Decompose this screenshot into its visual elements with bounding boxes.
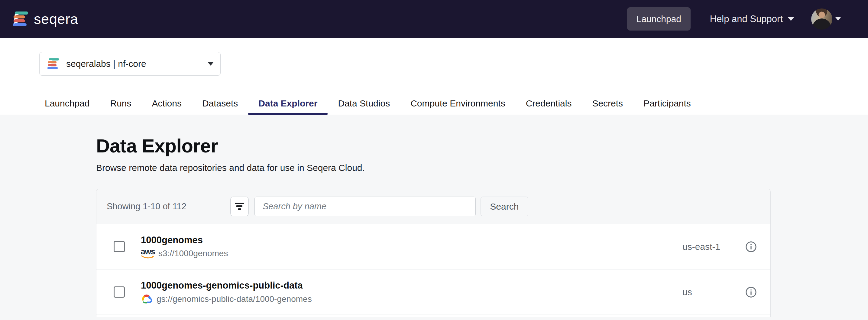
- google-cloud-icon: [141, 294, 153, 304]
- chevron-down-icon: [787, 17, 794, 21]
- info-icon[interactable]: [745, 241, 757, 253]
- tab-data-explorer[interactable]: Data Explorer: [248, 92, 328, 115]
- tab-bar: Launchpad Runs Actions Datasets Data Exp…: [0, 92, 868, 115]
- filter-icon: [235, 203, 244, 210]
- tab-participants[interactable]: Participants: [633, 92, 701, 115]
- top-navbar: seqera Launchpad Help and Support: [0, 0, 868, 38]
- tab-runs[interactable]: Runs: [100, 92, 142, 115]
- table-row-partial: [96, 315, 770, 317]
- page-subtitle: Browse remote data repositories and data…: [96, 163, 868, 173]
- aws-icon: aws: [141, 249, 155, 258]
- chevron-down-icon: [208, 62, 213, 66]
- help-and-support-label: Help and Support: [710, 13, 783, 25]
- user-menu[interactable]: [811, 8, 841, 30]
- main-content: Data Explorer Browse remote data reposit…: [0, 115, 868, 320]
- launchpad-button[interactable]: Launchpad: [627, 7, 690, 31]
- bucket-uri-line: aws s3://1000genomes: [141, 249, 228, 258]
- region-label: us: [682, 287, 745, 297]
- tab-launchpad[interactable]: Launchpad: [34, 92, 100, 115]
- tab-credentials[interactable]: Credentials: [516, 92, 582, 115]
- tab-compute-environments[interactable]: Compute Environments: [400, 92, 515, 115]
- aws-smile-icon: [141, 255, 154, 259]
- tab-label: Credentials: [526, 98, 572, 109]
- workspace-dropdown-toggle[interactable]: [201, 62, 220, 66]
- bucket-name-link[interactable]: 1000genomes-genomics-public-data: [141, 280, 312, 291]
- brand-wordmark: seqera: [34, 12, 78, 26]
- tab-label: Launchpad: [45, 98, 89, 109]
- row-checkbox[interactable]: [114, 286, 125, 298]
- bucket-uri: gs://genomics-public-data/1000-genomes: [157, 294, 312, 304]
- row-checkbox[interactable]: [114, 241, 125, 252]
- workspace-selector[interactable]: seqeralabs | nf-core: [39, 52, 221, 76]
- tab-label: Data Explorer: [258, 98, 317, 109]
- bucket-cell: 1000genomes-genomics-public-data gs://ge…: [141, 280, 312, 304]
- tab-label: Datasets: [202, 98, 238, 109]
- workspace-subheader: seqeralabs | nf-core Launchpad Runs Acti…: [0, 38, 868, 115]
- table-row: 1000genomes-genomics-public-data gs://ge…: [96, 269, 770, 315]
- tab-actions[interactable]: Actions: [142, 92, 192, 115]
- seqera-home-link[interactable]: seqera: [13, 11, 78, 27]
- chevron-down-icon: [835, 17, 841, 21]
- tab-label: Runs: [110, 98, 131, 109]
- search-button[interactable]: Search: [480, 197, 528, 216]
- bucket-uri-line: gs://genomics-public-data/1000-genomes: [141, 294, 312, 304]
- avatar[interactable]: [811, 8, 832, 30]
- row-right-group: us-east-1: [682, 241, 757, 253]
- search-input[interactable]: [254, 197, 476, 216]
- region-label: us-east-1: [682, 242, 745, 252]
- tab-datasets[interactable]: Datasets: [192, 92, 248, 115]
- table-row: 1000genomes aws s3://1000genomes u: [96, 224, 770, 269]
- tab-label: Actions: [152, 98, 182, 109]
- panel-toolbar: Showing 1-10 of 112 Search: [96, 189, 770, 224]
- page-title: Data Explorer: [96, 135, 868, 157]
- filter-button[interactable]: [230, 197, 249, 216]
- bucket-name-link[interactable]: 1000genomes: [141, 235, 228, 245]
- tab-label: Compute Environments: [410, 98, 505, 109]
- data-explorer-screen: seqera Launchpad Help and Support seqera…: [0, 0, 868, 320]
- help-and-support-menu[interactable]: Help and Support: [710, 13, 794, 25]
- results-count: Showing 1-10 of 112: [107, 201, 186, 211]
- bucket-uri: s3://1000genomes: [158, 249, 228, 258]
- data-repositories-panel: Showing 1-10 of 112 Search 1000genomes a…: [96, 189, 771, 317]
- bucket-cell: 1000genomes aws s3://1000genomes: [141, 235, 228, 258]
- tab-label: Secrets: [592, 98, 623, 109]
- tab-secrets[interactable]: Secrets: [582, 92, 633, 115]
- tab-label: Data Studios: [338, 98, 390, 109]
- workspace-label: seqeralabs | nf-core: [66, 59, 201, 69]
- info-icon[interactable]: [745, 286, 757, 298]
- tab-label: Participants: [644, 98, 691, 109]
- aws-wordmark: aws: [141, 249, 155, 255]
- row-right-group: us: [682, 286, 757, 298]
- seqera-logo-icon: [13, 11, 29, 27]
- workspace-logo-icon: [48, 58, 60, 69]
- tab-data-studios[interactable]: Data Studios: [328, 92, 400, 115]
